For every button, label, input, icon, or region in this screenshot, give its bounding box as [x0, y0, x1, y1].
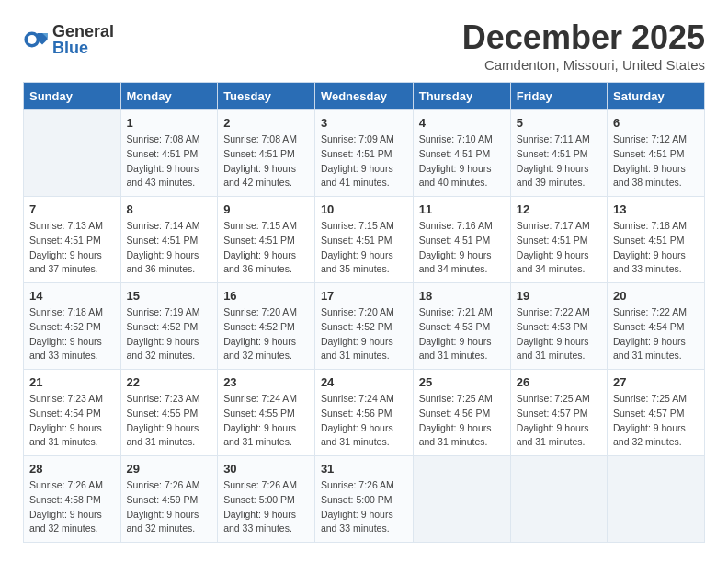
calendar-body: 1Sunrise: 7:08 AMSunset: 4:51 PMDaylight…: [24, 110, 705, 543]
calendar-cell: 31Sunrise: 7:26 AMSunset: 5:00 PMDayligh…: [314, 456, 413, 543]
calendar-cell: 21Sunrise: 7:23 AMSunset: 4:54 PMDayligh…: [24, 370, 121, 456]
day-number: 23: [223, 375, 309, 389]
day-info: Sunrise: 7:26 AMSunset: 5:00 PMDaylight:…: [223, 478, 309, 536]
calendar-cell: 28Sunrise: 7:26 AMSunset: 4:58 PMDayligh…: [24, 456, 121, 543]
day-info: Sunrise: 7:18 AMSunset: 4:51 PMDaylight:…: [613, 219, 699, 277]
day-info: Sunrise: 7:16 AMSunset: 4:51 PMDaylight:…: [419, 219, 505, 277]
weekday-header-thursday: Thursday: [413, 83, 510, 110]
calendar-cell: 23Sunrise: 7:24 AMSunset: 4:55 PMDayligh…: [218, 370, 315, 456]
day-number: 22: [127, 375, 212, 389]
day-info: Sunrise: 7:23 AMSunset: 4:54 PMDaylight:…: [29, 392, 115, 450]
day-info: Sunrise: 7:20 AMSunset: 4:52 PMDaylight:…: [321, 305, 407, 363]
day-number: 27: [613, 375, 699, 389]
day-info: Sunrise: 7:10 AMSunset: 4:51 PMDaylight:…: [419, 132, 505, 190]
calendar-cell: 18Sunrise: 7:21 AMSunset: 4:53 PMDayligh…: [413, 283, 510, 370]
day-number: 8: [127, 202, 212, 216]
logo-general: General: [52, 23, 114, 40]
day-info: Sunrise: 7:26 AMSunset: 4:59 PMDaylight:…: [127, 478, 212, 536]
day-info: Sunrise: 7:25 AMSunset: 4:56 PMDaylight:…: [419, 392, 505, 450]
day-info: Sunrise: 7:25 AMSunset: 4:57 PMDaylight:…: [613, 392, 699, 450]
calendar-cell: 6Sunrise: 7:12 AMSunset: 4:51 PMDaylight…: [607, 110, 704, 197]
title-area: December 2025 Camdenton, Missouri, Unite…: [462, 18, 705, 73]
day-info: Sunrise: 7:22 AMSunset: 4:53 PMDaylight:…: [517, 305, 601, 363]
day-number: 29: [127, 462, 212, 476]
calendar-cell: [510, 456, 607, 543]
day-number: 9: [223, 202, 309, 216]
calendar-cell: 9Sunrise: 7:15 AMSunset: 4:51 PMDaylight…: [218, 197, 315, 283]
day-info: Sunrise: 7:17 AMSunset: 4:51 PMDaylight:…: [517, 219, 601, 277]
weekday-header-row: SundayMondayTuesdayWednesdayThursdayFrid…: [24, 83, 705, 110]
weekday-header-saturday: Saturday: [607, 83, 704, 110]
day-number: 24: [321, 375, 407, 389]
calendar-cell: 29Sunrise: 7:26 AMSunset: 4:59 PMDayligh…: [120, 456, 218, 543]
day-number: 17: [321, 289, 407, 303]
day-number: 4: [419, 116, 505, 130]
weekday-header-wednesday: Wednesday: [314, 83, 413, 110]
calendar-cell: 26Sunrise: 7:25 AMSunset: 4:57 PMDayligh…: [510, 370, 607, 456]
logo: General Blue: [23, 23, 114, 56]
day-number: 3: [321, 116, 407, 130]
svg-point-1: [28, 35, 37, 44]
calendar-cell: 5Sunrise: 7:11 AMSunset: 4:51 PMDaylight…: [510, 110, 607, 197]
day-number: 6: [613, 116, 699, 130]
day-number: 26: [517, 375, 601, 389]
day-info: Sunrise: 7:24 AMSunset: 4:55 PMDaylight:…: [223, 392, 309, 450]
day-number: 18: [419, 289, 505, 303]
calendar-cell: 3Sunrise: 7:09 AMSunset: 4:51 PMDaylight…: [314, 110, 413, 197]
day-info: Sunrise: 7:11 AMSunset: 4:51 PMDaylight:…: [517, 132, 601, 190]
day-number: 20: [613, 289, 699, 303]
calendar-cell: 2Sunrise: 7:08 AMSunset: 4:51 PMDaylight…: [218, 110, 315, 197]
day-info: Sunrise: 7:08 AMSunset: 4:51 PMDaylight:…: [223, 132, 309, 190]
calendar-week-1: 1Sunrise: 7:08 AMSunset: 4:51 PMDaylight…: [24, 110, 705, 197]
day-number: 11: [419, 202, 505, 216]
day-number: 19: [517, 289, 601, 303]
day-number: 14: [29, 289, 115, 303]
calendar-cell: [413, 456, 510, 543]
calendar-cell: 24Sunrise: 7:24 AMSunset: 4:56 PMDayligh…: [314, 370, 413, 456]
day-info: Sunrise: 7:13 AMSunset: 4:51 PMDaylight:…: [29, 219, 115, 277]
day-info: Sunrise: 7:26 AMSunset: 5:00 PMDaylight:…: [321, 478, 407, 536]
calendar-cell: 8Sunrise: 7:14 AMSunset: 4:51 PMDaylight…: [120, 197, 218, 283]
day-number: 25: [419, 375, 505, 389]
day-number: 5: [517, 116, 601, 130]
calendar-cell: [24, 110, 121, 197]
calendar-header: SundayMondayTuesdayWednesdayThursdayFrid…: [24, 83, 705, 110]
logo-text: General Blue: [52, 23, 114, 56]
day-info: Sunrise: 7:21 AMSunset: 4:53 PMDaylight:…: [419, 305, 505, 363]
calendar-cell: 1Sunrise: 7:08 AMSunset: 4:51 PMDaylight…: [120, 110, 218, 197]
calendar-week-4: 21Sunrise: 7:23 AMSunset: 4:54 PMDayligh…: [24, 370, 705, 456]
weekday-header-sunday: Sunday: [24, 83, 121, 110]
calendar-cell: 22Sunrise: 7:23 AMSunset: 4:55 PMDayligh…: [120, 370, 218, 456]
month-title: December 2025: [462, 18, 705, 57]
calendar-week-3: 14Sunrise: 7:18 AMSunset: 4:52 PMDayligh…: [24, 283, 705, 370]
day-number: 2: [223, 116, 309, 130]
day-info: Sunrise: 7:18 AMSunset: 4:52 PMDaylight:…: [29, 305, 115, 363]
day-number: 1: [127, 116, 212, 130]
day-number: 10: [321, 202, 407, 216]
calendar-cell: 7Sunrise: 7:13 AMSunset: 4:51 PMDaylight…: [24, 197, 121, 283]
calendar-cell: [607, 456, 704, 543]
calendar-cell: 12Sunrise: 7:17 AMSunset: 4:51 PMDayligh…: [510, 197, 607, 283]
day-info: Sunrise: 7:09 AMSunset: 4:51 PMDaylight:…: [321, 132, 407, 190]
day-info: Sunrise: 7:15 AMSunset: 4:51 PMDaylight:…: [223, 219, 309, 277]
day-info: Sunrise: 7:22 AMSunset: 4:54 PMDaylight:…: [613, 305, 699, 363]
calendar-cell: 16Sunrise: 7:20 AMSunset: 4:52 PMDayligh…: [218, 283, 315, 370]
calendar-week-5: 28Sunrise: 7:26 AMSunset: 4:58 PMDayligh…: [24, 456, 705, 543]
day-info: Sunrise: 7:12 AMSunset: 4:51 PMDaylight:…: [613, 132, 699, 190]
day-info: Sunrise: 7:14 AMSunset: 4:51 PMDaylight:…: [127, 219, 212, 277]
day-number: 28: [29, 462, 115, 476]
logo-blue: Blue: [52, 40, 114, 56]
calendar-cell: 10Sunrise: 7:15 AMSunset: 4:51 PMDayligh…: [314, 197, 413, 283]
calendar-week-2: 7Sunrise: 7:13 AMSunset: 4:51 PMDaylight…: [24, 197, 705, 283]
calendar-cell: 14Sunrise: 7:18 AMSunset: 4:52 PMDayligh…: [24, 283, 121, 370]
calendar-cell: 20Sunrise: 7:22 AMSunset: 4:54 PMDayligh…: [607, 283, 704, 370]
day-info: Sunrise: 7:19 AMSunset: 4:52 PMDaylight:…: [127, 305, 212, 363]
weekday-header-tuesday: Tuesday: [218, 83, 315, 110]
day-info: Sunrise: 7:08 AMSunset: 4:51 PMDaylight:…: [127, 132, 212, 190]
day-info: Sunrise: 7:24 AMSunset: 4:56 PMDaylight:…: [321, 392, 407, 450]
weekday-header-friday: Friday: [510, 83, 607, 110]
calendar-cell: 13Sunrise: 7:18 AMSunset: 4:51 PMDayligh…: [607, 197, 704, 283]
calendar-cell: 4Sunrise: 7:10 AMSunset: 4:51 PMDaylight…: [413, 110, 510, 197]
calendar-cell: 27Sunrise: 7:25 AMSunset: 4:57 PMDayligh…: [607, 370, 704, 456]
day-number: 7: [29, 202, 115, 216]
